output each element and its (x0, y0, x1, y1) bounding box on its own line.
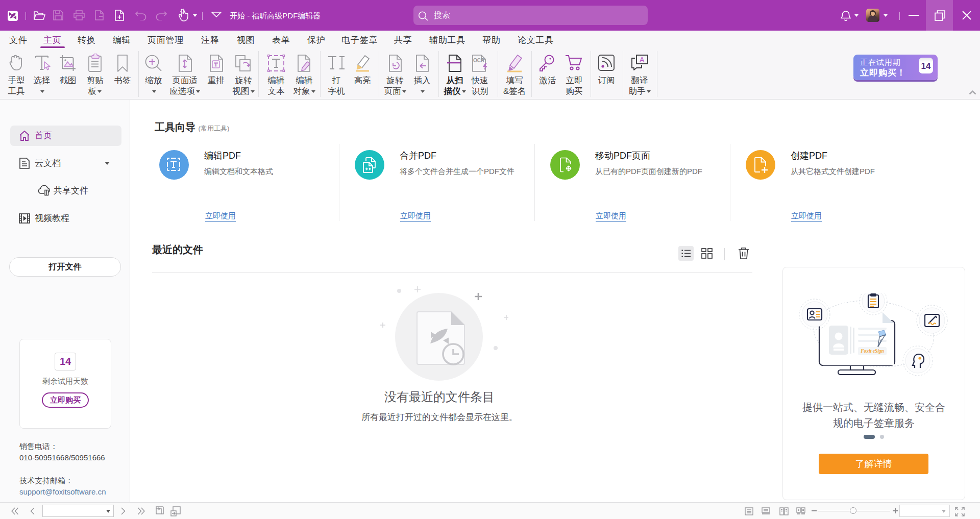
svg-text:Foxit eSign: Foxit eSign (860, 349, 884, 354)
svg-text:OCR: OCR (473, 58, 485, 63)
svg-text:A: A (640, 56, 645, 64)
